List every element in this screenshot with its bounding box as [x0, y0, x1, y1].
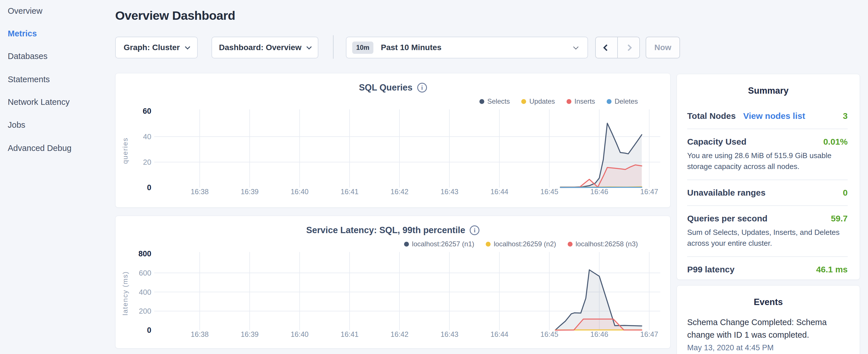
legend-dot-icon [568, 242, 572, 247]
chart-legend: localhost:26257 (n1)localhost:26259 (n2)… [404, 240, 638, 248]
svg-text:16:41: 16:41 [341, 330, 359, 338]
svg-text:16:39: 16:39 [241, 330, 259, 338]
summary-row-value: 0 [843, 188, 848, 198]
svg-text:0: 0 [147, 183, 151, 192]
svg-text:20: 20 [143, 158, 151, 166]
time-next-button[interactable] [617, 37, 639, 58]
chart-title: Service Latency: SQL, 99th percentile [306, 225, 465, 235]
svg-text:16:47: 16:47 [640, 188, 658, 196]
svg-text:16:40: 16:40 [290, 188, 309, 196]
graph-dropdown[interactable]: Graph: Cluster [115, 37, 198, 58]
summary-row-label: Capacity Used [687, 137, 746, 147]
toolbar-divider [333, 35, 334, 59]
event-list-item[interactable]: Schema Change Completed: Schema change w… [677, 307, 860, 352]
sql-queries-chart[interactable]: 020406016:3816:3916:4016:4116:4216:4316:… [116, 105, 670, 204]
svg-text:600: 600 [139, 269, 151, 277]
service-latency-chart[interactable]: 020040060080016:3816:3916:4016:4116:4216… [116, 248, 670, 347]
svg-text:16:45: 16:45 [540, 188, 559, 196]
svg-text:16:45: 16:45 [540, 330, 559, 338]
svg-text:16:46: 16:46 [590, 188, 608, 196]
svg-text:16:40: 16:40 [290, 330, 309, 338]
svg-text:16:39: 16:39 [241, 188, 259, 196]
summary-title: Summary [677, 74, 860, 96]
sidebar-item-metrics[interactable]: Metrics [8, 29, 37, 38]
legend-dot-icon [607, 99, 612, 104]
legend-dot-icon [566, 99, 571, 104]
summary-row-queries-per-second: Queries per second 59.7 Sum of Selects, … [687, 206, 848, 257]
events-title: Events [677, 286, 860, 307]
svg-text:latency (ms): latency (ms) [121, 271, 129, 316]
dashboard-dropdown[interactable]: Dashboard: Overview [212, 37, 318, 58]
svg-text:40: 40 [143, 132, 151, 141]
time-prev-button[interactable] [596, 37, 617, 58]
summary-row-capacity-used: Capacity Used 0.01% You are using 28.6 M… [687, 129, 848, 180]
info-icon[interactable] [470, 225, 479, 235]
svg-text:16:42: 16:42 [391, 188, 409, 196]
svg-text:queries: queries [121, 137, 129, 164]
legend-dot-icon [486, 242, 491, 247]
svg-text:60: 60 [143, 107, 151, 116]
summary-row-total-nodes: Total Nodes View nodes list 3 [687, 103, 848, 129]
svg-text:16:43: 16:43 [440, 188, 459, 196]
legend-dot-icon [521, 99, 526, 104]
legend-label: localhost:26259 (n2) [494, 240, 556, 248]
event-timestamp: May 13, 2020 at 4:45 PM [687, 344, 848, 352]
sidebar: Overview Metrics Databases Statements Ne… [0, 0, 115, 354]
info-icon[interactable] [417, 83, 427, 93]
legend-label: Updates [529, 97, 555, 105]
graph-dropdown-label: Graph: Cluster [124, 43, 180, 52]
legend-item: localhost:26259 (n2) [486, 240, 556, 248]
sidebar-item-overview[interactable]: Overview [8, 6, 42, 16]
chevron-down-icon [185, 44, 190, 49]
page-title: Overview Dashboard [115, 9, 235, 23]
chart-title: SQL Queries [359, 83, 412, 93]
legend-label: localhost:26258 (n3) [576, 240, 638, 248]
svg-text:16:47: 16:47 [640, 330, 658, 338]
summary-row-label: Queries per second [687, 214, 767, 223]
summary-row-value: 59.7 [831, 214, 848, 223]
legend-item: localhost:26258 (n3) [568, 240, 638, 248]
sidebar-item-jobs[interactable]: Jobs [8, 120, 25, 130]
sidebar-item-databases[interactable]: Databases [8, 52, 48, 61]
legend-label: Inserts [575, 97, 595, 105]
legend-dot-icon [479, 99, 484, 104]
time-range-badge: 10m [352, 41, 373, 54]
time-range-label: Past 10 Minutes [381, 43, 442, 52]
time-range-dropdown[interactable]: 10m Past 10 Minutes [346, 37, 588, 58]
chevron-right-icon [625, 44, 632, 51]
summary-row-value: 3 [843, 111, 848, 121]
legend-dot-icon [404, 242, 409, 247]
dashboard-dropdown-label: Dashboard: Overview [219, 43, 302, 52]
summary-row-p99-latency: P99 latency 46.1 ms [687, 257, 848, 282]
chevron-left-icon [603, 44, 610, 51]
svg-text:800: 800 [138, 250, 151, 258]
legend-item: Selects [479, 97, 510, 105]
svg-text:16:42: 16:42 [391, 330, 409, 338]
chevron-down-icon [306, 44, 311, 49]
summary-row-unavailable-ranges: Unavailable ranges 0 [687, 180, 848, 206]
summary-row-description: Sum of Selects, Updates, Inserts, and De… [687, 227, 848, 249]
legend-item: Deletes [607, 97, 638, 105]
svg-text:200: 200 [139, 307, 151, 315]
view-nodes-list-link[interactable]: View nodes list [743, 111, 805, 121]
summary-row-value: 0.01% [823, 137, 848, 147]
svg-text:16:44: 16:44 [490, 330, 508, 338]
legend-item: Inserts [566, 97, 595, 105]
svg-text:400: 400 [139, 288, 151, 296]
svg-text:16:43: 16:43 [440, 330, 459, 338]
legend-label: localhost:26257 (n1) [412, 240, 474, 248]
svg-text:0: 0 [147, 326, 151, 334]
svg-text:16:38: 16:38 [191, 188, 209, 196]
summary-row-label: P99 latency [687, 265, 735, 275]
svg-text:16:44: 16:44 [490, 188, 508, 196]
svg-text:16:41: 16:41 [341, 188, 359, 196]
sidebar-item-advanced-debug[interactable]: Advanced Debug [8, 143, 72, 153]
chart-legend: SelectsUpdatesInsertsDeletes [479, 97, 638, 105]
legend-label: Selects [488, 97, 510, 105]
sidebar-item-statements[interactable]: Statements [8, 75, 50, 84]
sidebar-item-network-latency[interactable]: Network Latency [8, 97, 70, 107]
legend-label: Deletes [615, 97, 638, 105]
now-button[interactable]: Now [646, 37, 680, 58]
event-text: Schema Change Completed: Schema change w… [687, 316, 848, 341]
now-button-label: Now [654, 43, 671, 52]
